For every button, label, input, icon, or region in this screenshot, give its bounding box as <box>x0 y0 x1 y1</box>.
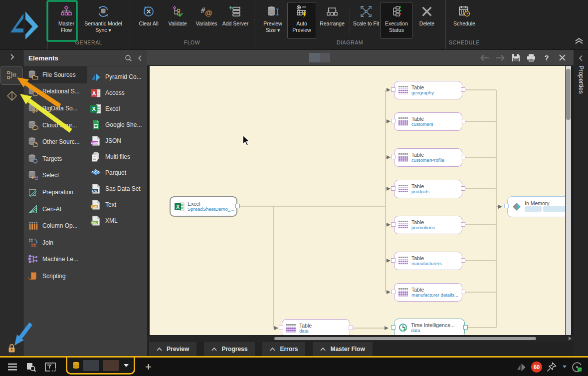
output-port[interactable] <box>235 204 240 208</box>
item-excel[interactable]: Excel <box>87 101 147 117</box>
item-access[interactable]: A Access <box>87 85 147 101</box>
category-machine-learning[interactable]: Machine Le... <box>23 251 87 268</box>
item-google-sheets[interactable]: Google She... <box>87 117 147 133</box>
item-parquet[interactable]: Parquet <box>87 165 147 181</box>
item-multi-files[interactable]: Multi files <box>87 149 147 165</box>
schedule-button[interactable]: Schedule <box>450 2 479 39</box>
flow-canvas[interactable]: Excel SpreadSheetDemo_... Tablegeography… <box>150 66 565 335</box>
print-icon[interactable] <box>526 52 537 63</box>
node-table-products[interactable]: Tableproducts <box>394 180 462 198</box>
pyramid-status-icon[interactable] <box>516 362 527 373</box>
category-column-operations[interactable]: Column Op... <box>23 217 87 234</box>
horizontal-scrollbar[interactable] <box>147 336 574 342</box>
input-port[interactable] <box>391 222 395 227</box>
category-cloud-sources[interactable]: Cloud Sour... <box>23 117 87 134</box>
node-excel-source[interactable]: Excel SpreadSheetDemo_... <box>170 196 237 217</box>
master-flow-tab[interactable] <box>0 66 23 85</box>
vertical-scrollbar[interactable] <box>566 66 571 335</box>
output-port[interactable] <box>461 290 465 294</box>
lock-icon[interactable] <box>0 343 23 353</box>
properties-panel-tab[interactable]: Properties <box>574 50 588 356</box>
output-port[interactable] <box>461 87 465 92</box>
input-port[interactable] <box>391 186 395 191</box>
diamond-tool-icon[interactable] <box>0 89 23 103</box>
filter-view-icon[interactable] <box>43 360 58 375</box>
output-port[interactable] <box>461 186 465 191</box>
expand-properties-icon[interactable] <box>579 55 583 61</box>
category-select[interactable]: Select <box>23 167 87 184</box>
output-port[interactable] <box>461 222 465 227</box>
clear-all-button[interactable]: Clear All <box>134 2 163 39</box>
input-port[interactable] <box>391 87 395 92</box>
semantic-model-sync-button[interactable]: Semantic Model Sync ▾ <box>81 2 126 39</box>
back-icon[interactable] <box>479 52 490 63</box>
vertical-scrollbar-thumb[interactable] <box>566 69 571 120</box>
input-port[interactable] <box>391 155 395 159</box>
item-text[interactable]: TEXT Text <box>87 197 147 213</box>
forward-icon[interactable] <box>495 52 506 63</box>
collapse-ribbon-icon[interactable] <box>575 37 584 46</box>
category-preparation[interactable]: Preparation <box>23 184 87 201</box>
output-port[interactable] <box>349 326 353 330</box>
execution-status-button[interactable]: Execution Status <box>381 2 412 39</box>
notifications-dropdown-icon[interactable] <box>563 366 567 368</box>
node-table-geography[interactable]: Tablegeography <box>394 81 462 99</box>
help-icon[interactable]: ? <box>541 52 552 63</box>
notification-badge[interactable]: 60 <box>531 362 542 373</box>
pin-icon[interactable] <box>547 362 557 372</box>
tab-errors[interactable]: Errors <box>262 342 305 356</box>
node-time-intelligence[interactable]: Time Intelligence...data <box>394 319 465 335</box>
flow-tab-redacted[interactable] <box>309 53 330 62</box>
node-table-manufacturers[interactable]: Tablemanufacturers <box>394 252 462 270</box>
tab-dropdown-icon[interactable] <box>124 364 129 367</box>
item-sas-data-set[interactable]: SAS Sas Data Set <box>87 181 147 197</box>
category-relational-sources[interactable]: Relational S... <box>23 83 87 100</box>
find-content-icon[interactable] <box>24 360 39 375</box>
node-table-data[interactable]: Tabledata <box>282 319 350 335</box>
save-icon[interactable] <box>510 52 521 63</box>
rearrange-button[interactable]: Rearrange <box>316 2 348 39</box>
output-port[interactable] <box>461 155 465 159</box>
close-icon[interactable] <box>557 52 568 63</box>
scroll-right-arrow-icon[interactable] <box>569 337 572 341</box>
category-file-sources[interactable]: File Sources <box>23 66 87 83</box>
variables-button[interactable]: # @ Variables <box>192 2 221 39</box>
item-json[interactable]: JSON JSON <box>87 133 147 149</box>
input-port[interactable] <box>391 290 395 294</box>
active-flow-tab[interactable] <box>66 358 135 375</box>
auto-preview-button[interactable]: Auto Preview <box>287 2 316 39</box>
input-port[interactable] <box>391 258 395 263</box>
preview-size-button[interactable]: Preview Size ▾ <box>258 2 287 39</box>
category-gen-ai[interactable]: Gen-AI <box>23 201 87 218</box>
output-port[interactable] <box>461 258 465 263</box>
add-tab-button[interactable]: + <box>145 362 152 373</box>
node-table-promotions[interactable]: Tablepromotions <box>394 216 462 234</box>
node-table-customers[interactable]: Tablecustomers <box>394 112 462 131</box>
tab-preview[interactable]: Preview <box>149 342 196 356</box>
category-join[interactable]: Join <box>23 234 87 251</box>
tab-master-flow[interactable]: Master Flow <box>313 342 372 356</box>
node-in-memory[interactable]: In Memory <box>507 196 565 217</box>
menu-icon[interactable] <box>5 360 20 375</box>
delete-button[interactable]: Delete <box>412 2 441 39</box>
category-scripting[interactable]: Scripting <box>23 268 87 285</box>
category-other-sources[interactable]: Other Sourc... <box>23 133 87 150</box>
connection-status-icon[interactable] <box>571 361 583 373</box>
input-port[interactable] <box>504 204 509 208</box>
node-table-manufacturer-details[interactable]: Tablemanufacturer details... <box>394 283 462 302</box>
output-port[interactable] <box>461 119 465 123</box>
collapse-panel-icon[interactable] <box>138 55 142 61</box>
tab-progress[interactable]: Progress <box>204 342 255 356</box>
search-icon[interactable] <box>125 54 132 62</box>
node-table-customerprofile[interactable]: TablecustomerProfile <box>394 148 462 167</box>
category-targets[interactable]: Targets <box>23 150 87 167</box>
category-bigdata-sources[interactable]: BigData So... <box>23 100 87 117</box>
item-pyramid-connector[interactable]: Pyramid Co... <box>87 69 147 85</box>
master-flow-button[interactable]: Master Flow <box>52 2 81 39</box>
scale-to-fit-button[interactable]: Scale to Fit <box>352 2 381 39</box>
item-xml[interactable]: XML XML <box>87 213 147 229</box>
validate-button[interactable]: Validate <box>163 2 192 39</box>
expand-panel-icon[interactable] <box>0 50 23 64</box>
add-server-button[interactable]: Add Server <box>221 2 250 39</box>
input-port[interactable] <box>391 325 395 330</box>
